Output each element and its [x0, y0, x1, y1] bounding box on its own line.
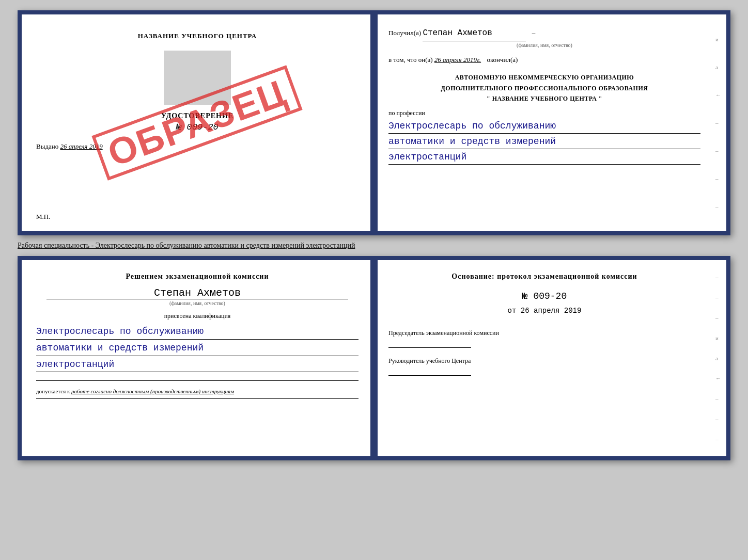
- cert-doc-type: УДОСТОВЕРЕНИЕ: [36, 112, 359, 120]
- top-booklet: НАЗВАНИЕ УЧЕБНОГО ЦЕНТРА УДОСТОВЕРЕНИЕ №…: [18, 10, 730, 235]
- top-right-page: Получил(а) Степан Ахметов – (фамилия, им…: [374, 14, 726, 231]
- profession-line3: электростанций: [388, 150, 700, 165]
- committee-title: Решением экзаменационной комиссии: [36, 273, 359, 281]
- org-line2: ДОПОЛНИТЕЛЬНОГО ПРОФЕССИОНАЛЬНОГО ОБРАЗО…: [388, 83, 700, 93]
- date-prefix: от: [508, 307, 517, 315]
- profession-label: по профессии: [388, 109, 700, 117]
- document-container: НАЗВАНИЕ УЧЕБНОГО ЦЕНТРА УДОСТОВЕРЕНИЕ №…: [18, 10, 730, 460]
- received-label: Получил(а): [388, 29, 421, 37]
- mp-label: М.П.: [36, 213, 50, 221]
- bottom-booklet: Решением экзаменационной комиссии Степан…: [18, 256, 730, 460]
- qual-line3: электростанций: [36, 357, 359, 373]
- completion-row: в том, что он(а) 26 апреля 2019г. окончи…: [388, 55, 700, 66]
- chairman-block: Председатель экзаменационной комиссии: [388, 329, 700, 348]
- issued-date: 26 апреля 2019: [60, 142, 103, 150]
- chairman-signature-line: [388, 347, 471, 348]
- photo-placeholder: [164, 51, 231, 105]
- qual-line2: автоматики и средств измерений: [36, 341, 359, 356]
- received-name: Степан Ахметов: [423, 27, 526, 41]
- protocol-number: № 009-20: [388, 291, 700, 301]
- director-title: Руководитель учебного Центра: [388, 357, 700, 365]
- name-subtext: (фамилия, имя, отчество): [388, 41, 700, 50]
- completion-date: 26 апреля 2019г.: [434, 56, 481, 63]
- allowed-prefix: допускается к: [36, 388, 70, 394]
- qual-line1: Электрослесарь по обслуживанию: [36, 324, 359, 340]
- protocol-date: от 26 апреля 2019: [388, 307, 700, 315]
- in-that-label: в том, что он(а): [388, 56, 433, 63]
- bottom-left-page: Решением экзаменационной комиссии Степан…: [22, 260, 374, 456]
- bottom-right-page: Основание: протокол экзаменационной коми…: [374, 260, 726, 456]
- chairman-title: Председатель экзаменационной комиссии: [388, 329, 700, 337]
- cert-issued: Выдано 26 апреля 2019: [36, 142, 359, 151]
- bottom-person-name: Степан Ахметов: [46, 287, 348, 299]
- protocol-date-value: 26 апреля 2019: [521, 307, 582, 315]
- top-left-page: НАЗВАНИЕ УЧЕБНОГО ЦЕНТРА УДОСТОВЕРЕНИЕ №…: [22, 14, 374, 231]
- profession-line1: Электрослесарь по обслуживанию: [388, 119, 700, 134]
- bottom-spine: [370, 260, 378, 456]
- org-line1: АВТОНОМНУЮ НЕКОММЕРЧЕСКУЮ ОРГАНИЗАЦИЮ: [388, 72, 700, 83]
- right-deco-top: и а ← – – – –: [715, 14, 721, 231]
- basis-title: Основание: протокол экзаменационной коми…: [388, 273, 700, 281]
- allowed-row: допускается к работе согласно должностны…: [36, 388, 359, 394]
- director-signature-line: [388, 375, 471, 376]
- assigned-label: присвоена квалификация: [36, 312, 359, 320]
- right-deco-bottom: – – – и а ← – – –: [715, 260, 721, 456]
- caption-text: Рабочая специальность - Электрослесарь п…: [18, 239, 730, 252]
- received-row: Получил(а) Степан Ахметов – (фамилия, им…: [388, 27, 700, 50]
- allowed-value: работе согласно должностным (производств…: [71, 388, 234, 394]
- booklet-spine: [370, 14, 378, 231]
- cert-school-title: НАЗВАНИЕ УЧЕБНОГО ЦЕНТРА: [36, 32, 359, 40]
- director-block: Руководитель учебного Центра: [388, 357, 700, 376]
- cert-number: № 009-20: [36, 122, 359, 132]
- org-block: АВТОНОМНУЮ НЕКОММЕРЧЕСКУЮ ОРГАНИЗАЦИЮ ДО…: [388, 72, 700, 104]
- profession-line2: автоматики и средств измерений: [388, 135, 700, 149]
- org-line3: " НАЗВАНИЕ УЧЕБНОГО ЦЕНТРА ": [388, 93, 700, 104]
- bottom-name-subtext: (фамилия, имя, отчество): [36, 300, 359, 306]
- issued-label: Выдано: [36, 142, 58, 150]
- finished-label: окончил(а): [487, 56, 518, 63]
